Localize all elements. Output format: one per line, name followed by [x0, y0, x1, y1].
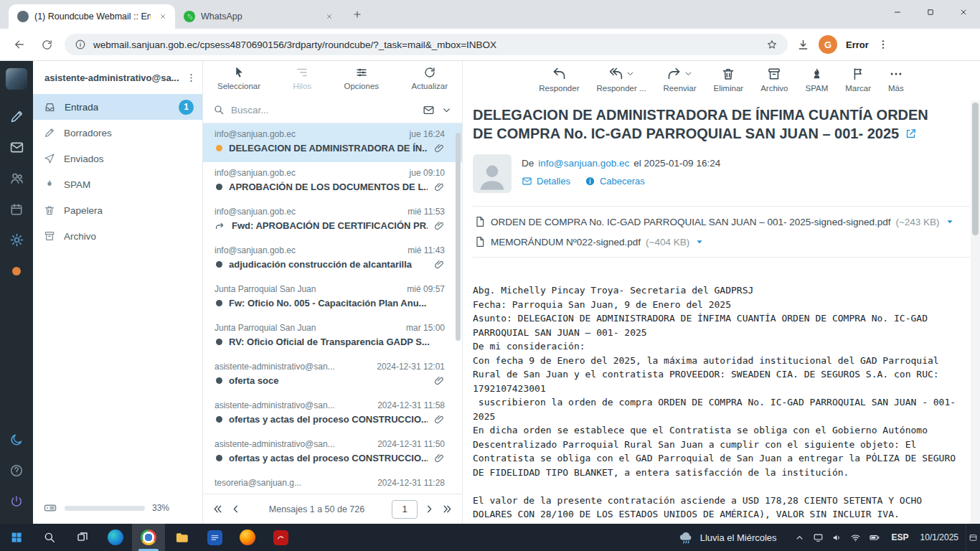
external-link-icon[interactable]	[905, 128, 917, 140]
word-icon[interactable]	[198, 524, 231, 551]
more-button[interactable]: Más	[888, 66, 904, 98]
mail-task-button[interactable]	[0, 132, 33, 163]
attachment-name[interactable]: MEMORÁNDUM Nº022-signed.pdf	[491, 237, 641, 248]
profile-avatar[interactable]: G	[819, 35, 837, 54]
unread-indicator[interactable]	[216, 184, 222, 190]
compose-button[interactable]	[0, 101, 33, 132]
details-toggle[interactable]: Detalles	[522, 176, 570, 187]
options-button[interactable]: Opciones	[344, 66, 379, 97]
acrobat-icon[interactable]	[264, 524, 297, 551]
from-address-link[interactable]: info@sanjuan.gob.ec	[538, 158, 629, 169]
search-options-chevron-icon[interactable]	[441, 105, 452, 116]
sidebar-item-sent[interactable]: Enviados	[33, 146, 202, 171]
list-item[interactable]: asistente-administrativo@san...2024-12-3…	[203, 433, 462, 472]
message-scrollbar-thumb[interactable]	[972, 103, 979, 235]
refresh-button[interactable]	[37, 35, 56, 54]
list-item[interactable]: tesoreria@sanjuan.g...2024-12-31 11:28	[203, 472, 462, 494]
close-button[interactable]	[947, 0, 980, 24]
clock-date[interactable]: 10/1/2025	[913, 532, 966, 542]
unread-indicator[interactable]	[216, 300, 222, 306]
tab-close-icon[interactable]	[323, 10, 336, 23]
message-scrollbar-track[interactable]	[971, 100, 980, 524]
list-item[interactable]: info@sanjuan.gob.ecjue 16:24 DELEGACION …	[203, 123, 462, 162]
network-icon[interactable]	[850, 532, 861, 543]
back-button[interactable]	[10, 35, 29, 54]
account-menu-icon[interactable]	[186, 72, 197, 83]
list-scrollbar[interactable]	[456, 133, 461, 341]
notification-corner-icon[interactable]	[966, 524, 980, 551]
maximize-button[interactable]	[914, 0, 947, 24]
site-info-icon[interactable]	[75, 39, 86, 50]
spam-button[interactable]: SPAM	[805, 66, 828, 98]
flag-indicator[interactable]	[216, 145, 222, 151]
browser-menu-icon[interactable]	[877, 39, 889, 50]
task-view-button[interactable]	[66, 524, 99, 551]
unread-indicator[interactable]	[216, 455, 222, 461]
headers-toggle[interactable]: Cabeceras	[585, 176, 645, 187]
sidebar-item-spam[interactable]: SPAM	[33, 171, 202, 197]
cpanel-button[interactable]	[0, 255, 33, 286]
last-page-icon[interactable]	[441, 503, 453, 515]
weather-widget[interactable]: Lluvia el Miércoles	[668, 529, 787, 545]
delete-button[interactable]: Eliminar	[714, 66, 744, 98]
select-button[interactable]: Seleccionar	[217, 66, 260, 97]
unread-indicator[interactable]	[216, 261, 222, 268]
file-explorer-icon[interactable]	[165, 524, 198, 551]
firefox-icon[interactable]	[231, 524, 264, 551]
threads-button[interactable]: Hilos	[293, 66, 312, 97]
contacts-button[interactable]	[0, 163, 33, 194]
list-item[interactable]: Junta Parroquial San Juanmié 09:57 Fw: O…	[203, 278, 462, 317]
search-button[interactable]	[33, 524, 66, 551]
attachment-menu-chevron-icon[interactable]	[945, 217, 955, 227]
attachment-row[interactable]: MEMORÁNDUM Nº022-signed.pdf (~404 KB)	[474, 232, 969, 252]
sidebar-item-inbox[interactable]: Entrada 1	[33, 94, 202, 120]
tray-expand-chevron-icon[interactable]	[794, 532, 805, 543]
bookmark-star-icon[interactable]	[766, 39, 778, 50]
list-item[interactable]: asistente-administrativo@san...2024-12-3…	[203, 395, 462, 433]
display-icon[interactable]	[813, 532, 824, 543]
reply-all-button[interactable]: Responder ...	[597, 66, 646, 98]
browser-tab-roundcube[interactable]: (1) Roundcube Webmail :: Entra	[9, 4, 175, 29]
next-page-icon[interactable]	[423, 503, 435, 515]
dark-mode-button[interactable]	[0, 424, 33, 455]
list-item[interactable]: info@sanjuan.gob.ecmié 11:43 adjudicació…	[203, 240, 462, 278]
forward-button[interactable]: Reenviar	[664, 66, 697, 98]
minimize-button[interactable]	[881, 0, 914, 24]
search-scope-mail-icon[interactable]	[423, 104, 435, 116]
url-text[interactable]: webmail.sanjuan.gob.ec/cpsess4870690156/…	[93, 39, 759, 50]
battery-icon[interactable]	[869, 532, 880, 543]
sidebar-item-drafts[interactable]: Borradores	[33, 120, 202, 146]
first-page-icon[interactable]	[212, 503, 224, 515]
volume-icon[interactable]	[831, 532, 842, 543]
settings-button[interactable]	[0, 225, 33, 255]
sidebar-item-trash[interactable]: Papelera	[33, 197, 202, 223]
attachment-menu-chevron-icon[interactable]	[694, 237, 705, 247]
archive-button[interactable]: Archivo	[760, 66, 788, 98]
refresh-button[interactable]: Actualizar	[411, 66, 448, 97]
list-item[interactable]: asistente-administrativo@san...2024-12-3…	[203, 356, 462, 395]
new-tab-button[interactable]	[347, 4, 367, 24]
unread-indicator[interactable]	[216, 339, 222, 345]
attachment-name[interactable]: ORDEN DE COMPRA No. IC-GAD PARROQUIAL SA…	[491, 217, 890, 227]
mark-button[interactable]: Marcar	[845, 66, 871, 98]
unread-indicator[interactable]	[216, 416, 222, 423]
browser-tab-whatsapp[interactable]: WhatsApp	[175, 4, 341, 29]
reply-button[interactable]: Responder	[539, 66, 579, 98]
list-item[interactable]: info@sanjuan.gob.ecmié 11:53 Fwd: APROBA…	[203, 201, 462, 240]
help-button[interactable]	[0, 455, 33, 486]
list-item[interactable]: info@sanjuan.gob.ecjue 09:10 APROBACIÓN …	[203, 162, 462, 201]
search-input[interactable]	[231, 105, 416, 116]
chrome-icon[interactable]	[132, 524, 165, 551]
logout-button[interactable]	[0, 486, 33, 517]
previous-page-icon[interactable]	[230, 503, 242, 515]
downloads-icon[interactable]	[796, 38, 810, 52]
sidebar-item-archive[interactable]: Archivo	[33, 223, 202, 249]
keyboard-language[interactable]: ESP	[887, 532, 913, 542]
tab-close-icon[interactable]	[156, 10, 169, 23]
start-button[interactable]	[0, 524, 33, 551]
unread-indicator[interactable]	[216, 377, 222, 384]
calendar-button[interactable]	[0, 194, 33, 225]
page-number-input[interactable]	[392, 500, 418, 519]
attachment-row[interactable]: ORDEN DE COMPRA No. IC-GAD PARROQUIAL SA…	[474, 212, 969, 232]
edge-icon[interactable]	[99, 524, 132, 551]
